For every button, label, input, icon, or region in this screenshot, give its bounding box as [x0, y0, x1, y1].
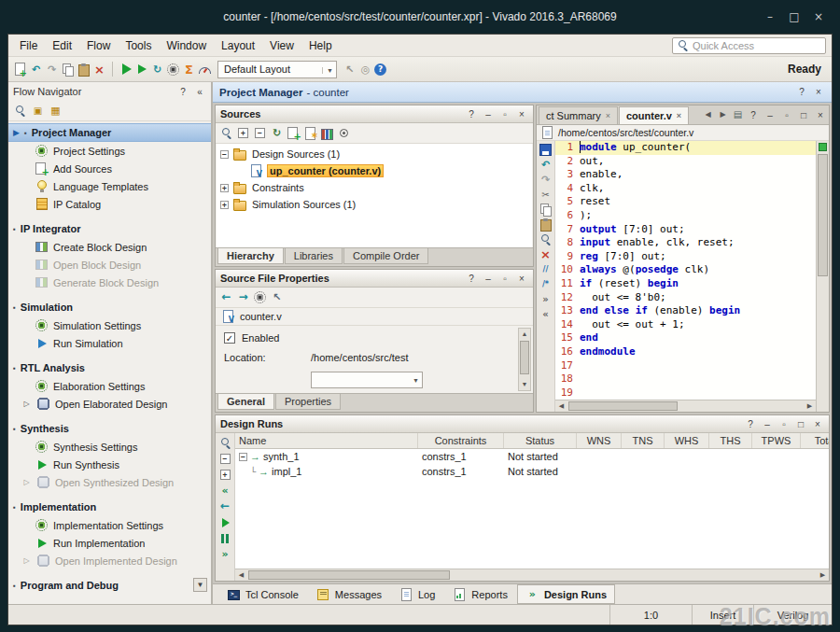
delete-icon[interactable]: ×	[539, 247, 553, 261]
help-button[interactable]: ?	[744, 417, 757, 430]
undo-icon[interactable]: ↶	[539, 158, 553, 172]
scrollbar-thumb[interactable]	[818, 154, 828, 276]
undo-icon[interactable]: ↶	[29, 63, 43, 77]
collapse-all-icon[interactable]	[253, 126, 267, 140]
prev-tab-icon[interactable]: ◀	[701, 107, 715, 121]
scroll-down-button[interactable]	[519, 379, 530, 390]
menu-item-edit[interactable]: Edit	[45, 37, 79, 54]
column-header-name[interactable]: Name	[235, 433, 418, 448]
column-header-constraints[interactable]: Constraints	[418, 433, 504, 448]
flow-item-synthesis-settings[interactable]: Synthesis Settings	[8, 438, 211, 456]
gauge-icon[interactable]	[198, 63, 212, 77]
editor-hscrollbar[interactable]	[555, 400, 816, 412]
quick-access-input[interactable]	[693, 40, 822, 51]
outdent-icon[interactable]: «	[539, 307, 553, 321]
first-icon[interactable]: «	[218, 484, 232, 498]
create-file-icon[interactable]	[303, 126, 317, 140]
scroll-to-icon[interactable]	[337, 126, 351, 140]
flow-section-header-simulation[interactable]: ▪Simulation	[8, 298, 211, 316]
close-button[interactable]: ×	[811, 417, 824, 430]
enabled-checkbox[interactable]	[224, 332, 235, 344]
back-icon[interactable]: ←	[219, 290, 233, 304]
editor-vscrollbar[interactable]	[816, 141, 829, 412]
flow-section-header-synthesis[interactable]: ▪Synthesis	[8, 419, 211, 438]
scroll-left-button[interactable]	[555, 400, 567, 412]
window-maximize-button[interactable]: □	[788, 10, 801, 23]
play-icon[interactable]	[134, 63, 148, 77]
collapse-panel-button[interactable]: «	[193, 85, 206, 98]
tab-properties[interactable]: Properties	[275, 394, 341, 410]
tab-hierarchy[interactable]: Hierarchy	[217, 248, 284, 264]
menu-item-layout[interactable]: Layout	[214, 37, 262, 54]
flow-item-add-sources[interactable]: Add Sources	[8, 160, 211, 177]
restart-icon[interactable]: ↻	[150, 63, 164, 77]
minimize-button[interactable]: –	[763, 108, 777, 121]
scrollbar-thumb[interactable]	[248, 570, 450, 580]
comment-icon[interactable]: //	[539, 262, 553, 276]
refresh-icon[interactable]: ↻	[270, 126, 284, 140]
properties-icon[interactable]	[253, 290, 267, 304]
bottom-tab-messages[interactable]: Messages	[308, 584, 390, 604]
paste-icon[interactable]	[77, 63, 91, 77]
window-close-button[interactable]: ×	[812, 10, 825, 23]
dashboard-icon[interactable]: ▦	[49, 104, 63, 118]
tree-expander-icon[interactable]: −	[220, 150, 229, 159]
flow-item-run-simulation[interactable]: Run Simulation	[8, 334, 211, 352]
close-button[interactable]: ×	[812, 86, 825, 99]
expander-icon[interactable]: ▷	[21, 556, 32, 565]
help-button[interactable]: ?	[176, 85, 189, 98]
tab-close-icon[interactable]: ×	[606, 111, 610, 120]
minimize-button[interactable]: –	[761, 417, 774, 430]
scroll-up-button[interactable]	[519, 329, 530, 340]
minimize-button[interactable]: –	[482, 272, 495, 285]
close-button[interactable]: ×	[814, 108, 827, 121]
flow-item-open-elaborated-design[interactable]: ▷Open Elaborated Design	[8, 395, 211, 413]
scrollbar-thumb[interactable]	[568, 401, 678, 411]
column-header-tpws[interactable]: TPWS	[752, 433, 801, 448]
close-button[interactable]: ×	[515, 107, 528, 120]
copy-icon[interactable]	[539, 203, 553, 217]
menu-item-tools[interactable]: Tools	[118, 37, 159, 54]
help-button[interactable]: ?	[747, 108, 760, 121]
uncomment-icon[interactable]: /*	[539, 277, 553, 291]
bottom-tab-design-runs[interactable]: »Design Runs	[517, 584, 615, 604]
help-button[interactable]: ?	[465, 272, 478, 285]
design-run-row-synth-1[interactable]: −→synth_1constrs_1Not started	[235, 449, 829, 464]
expand-all-icon[interactable]	[236, 126, 250, 140]
tab-general[interactable]: General	[217, 394, 274, 410]
flow-section-header-ip-integrator[interactable]: ▪IP Integrator	[8, 219, 211, 238]
close-button[interactable]: ×	[515, 272, 528, 285]
flow-item-project-settings[interactable]: Project Settings	[8, 142, 211, 160]
tab-libraries[interactable]: Libraries	[285, 248, 343, 264]
delete-icon[interactable]: ×	[92, 63, 106, 77]
forward-icon[interactable]: →	[236, 290, 250, 304]
scrollbar-thumb[interactable]	[520, 341, 529, 374]
redo-icon[interactable]: ↷	[539, 173, 553, 187]
column-header-whs[interactable]: WHS	[665, 433, 709, 448]
column-header-total-po[interactable]: Total Po	[801, 433, 829, 448]
maximize-button[interactable]: □	[794, 417, 807, 430]
scroll-left-button[interactable]	[235, 569, 247, 581]
minimize-button[interactable]: –	[482, 107, 495, 120]
flow-item-ip-catalog[interactable]: IP Catalog	[8, 195, 211, 213]
tree-expander-icon[interactable]: +	[220, 201, 229, 209]
library-icon[interactable]	[320, 126, 334, 140]
menu-item-view[interactable]: View	[262, 37, 301, 54]
run-flow-icon[interactable]	[119, 63, 133, 77]
next-tab-icon[interactable]: ▶	[716, 107, 730, 121]
column-header-ths[interactable]: THS	[709, 433, 752, 448]
float-button[interactable]: ▫	[780, 108, 793, 121]
menu-item-flow[interactable]: Flow	[79, 37, 118, 54]
flow-item-run-synthesis[interactable]: Run Synthesis	[8, 456, 211, 473]
tree-expander-icon[interactable]: +	[220, 184, 229, 192]
flow-item-run-implementation[interactable]: Run Implementation	[8, 534, 211, 552]
pause-icon[interactable]	[218, 531, 232, 545]
help-icon[interactable]: ?	[374, 63, 386, 76]
scroll-right-button[interactable]	[817, 569, 829, 581]
scroll-down-button[interactable]: ▼	[193, 578, 207, 592]
flow-section-header-implementation[interactable]: ▪Implementation	[8, 498, 211, 516]
step-icon[interactable]: »	[218, 547, 232, 561]
settings-icon[interactable]	[166, 63, 180, 77]
design-runs-hscrollbar[interactable]	[235, 569, 829, 581]
tree-item-constraints[interactable]: +Constraints	[217, 179, 532, 196]
